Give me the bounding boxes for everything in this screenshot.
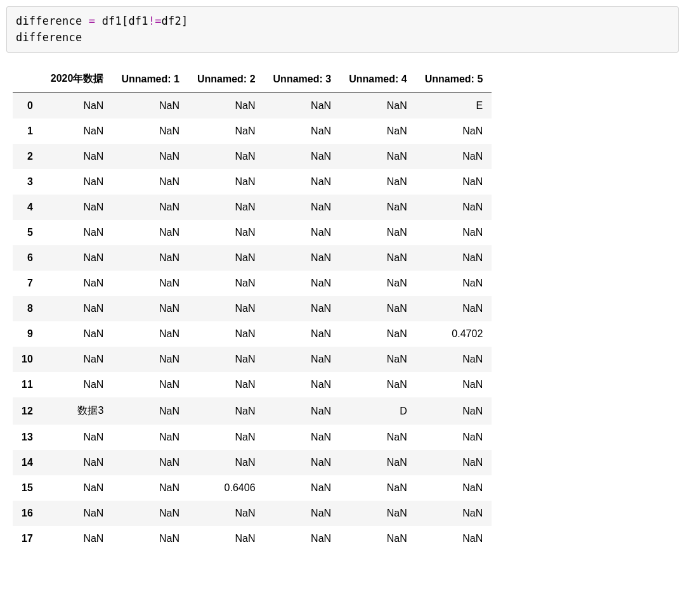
cell: 0.4702 [416,321,492,347]
cell: NaN [112,475,188,501]
cell: NaN [112,195,188,220]
cell: NaN [188,169,264,195]
cell: NaN [416,271,492,296]
cell: NaN [42,526,113,551]
row-index: 2 [13,144,42,169]
table-row: 8 NaN NaN NaN NaN NaN NaN [13,296,492,321]
table-row: 17 NaN NaN NaN NaN NaN NaN [13,526,492,551]
cell: NaN [188,501,264,526]
cell: NaN [340,321,416,347]
row-index: 3 [13,169,42,195]
cell: NaN [264,526,341,551]
cell: NaN [264,501,341,526]
cell: NaN [188,347,264,372]
table-row: 6 NaN NaN NaN NaN NaN NaN [13,245,492,271]
cell: NaN [112,397,188,425]
cell: NaN [340,450,416,475]
cell: NaN [42,195,113,220]
cell: NaN [42,144,113,169]
cell: NaN [112,372,188,397]
row-index: 17 [13,526,42,551]
cell: NaN [340,93,416,119]
cell: NaN [188,321,264,347]
cell: NaN [112,321,188,347]
cell: NaN [264,425,341,450]
cell: NaN [340,220,416,245]
cell: NaN [188,119,264,144]
cell: NaN [264,372,341,397]
cell: NaN [112,245,188,271]
table-header: 2020年数据 Unnamed: 1 Unnamed: 2 Unnamed: 3… [13,65,492,93]
cell: NaN [340,271,416,296]
table-row: 5 NaN NaN NaN NaN NaN NaN [13,220,492,245]
column-header: Unnamed: 4 [340,65,416,93]
cell: NaN [112,119,188,144]
code-token: df1[df1 [95,15,148,27]
table-row: 2 NaN NaN NaN NaN NaN NaN [13,144,492,169]
row-index: 10 [13,347,42,372]
row-index: 0 [13,93,42,119]
row-index: 4 [13,195,42,220]
cell: NaN [188,93,264,119]
cell: NaN [264,119,341,144]
cell: 数据3 [42,397,113,425]
cell: NaN [416,220,492,245]
table-row: 4 NaN NaN NaN NaN NaN NaN [13,195,492,220]
cell: NaN [264,93,341,119]
cell: NaN [264,195,341,220]
cell: NaN [416,195,492,220]
code-token-operator: != [148,15,162,27]
cell: NaN [416,372,492,397]
cell: NaN [416,169,492,195]
cell: NaN [42,93,113,119]
cell: NaN [112,271,188,296]
cell: NaN [188,245,264,271]
cell: NaN [416,347,492,372]
column-header: Unnamed: 5 [416,65,492,93]
table-row: 3 NaN NaN NaN NaN NaN NaN [13,169,492,195]
cell: NaN [416,245,492,271]
row-index: 5 [13,220,42,245]
code-input-cell[interactable]: difference = df1[df1!=df2] difference [6,6,679,53]
cell: NaN [188,220,264,245]
cell: NaN [112,93,188,119]
cell: NaN [264,245,341,271]
cell: NaN [264,397,341,425]
cell: NaN [42,450,113,475]
output-area: 2020年数据 Unnamed: 1 Unnamed: 2 Unnamed: 3… [6,65,679,551]
cell: NaN [42,245,113,271]
cell: NaN [188,195,264,220]
cell: NaN [340,296,416,321]
cell: NaN [188,450,264,475]
cell: NaN [42,372,113,397]
cell: NaN [340,475,416,501]
code-token: difference [16,15,89,27]
table-row: 7 NaN NaN NaN NaN NaN NaN [13,271,492,296]
cell: NaN [112,501,188,526]
cell: NaN [340,501,416,526]
cell: NaN [112,220,188,245]
cell: NaN [112,144,188,169]
cell: NaN [340,169,416,195]
cell: NaN [188,271,264,296]
column-header: Unnamed: 3 [264,65,341,93]
cell: NaN [416,144,492,169]
cell: NaN [42,321,113,347]
cell: NaN [264,169,341,195]
cell: NaN [340,119,416,144]
cell: NaN [42,169,113,195]
table-row: 13 NaN NaN NaN NaN NaN NaN [13,425,492,450]
cell: NaN [416,526,492,551]
cell: NaN [188,526,264,551]
cell: NaN [42,347,113,372]
cell: NaN [112,450,188,475]
cell: NaN [112,347,188,372]
cell: NaN [188,296,264,321]
cell: NaN [42,296,113,321]
table-row: 14 NaN NaN NaN NaN NaN NaN [13,450,492,475]
table-row: 11 NaN NaN NaN NaN NaN NaN [13,372,492,397]
cell: NaN [42,501,113,526]
cell: D [340,397,416,425]
cell: NaN [42,475,113,501]
row-index: 11 [13,372,42,397]
